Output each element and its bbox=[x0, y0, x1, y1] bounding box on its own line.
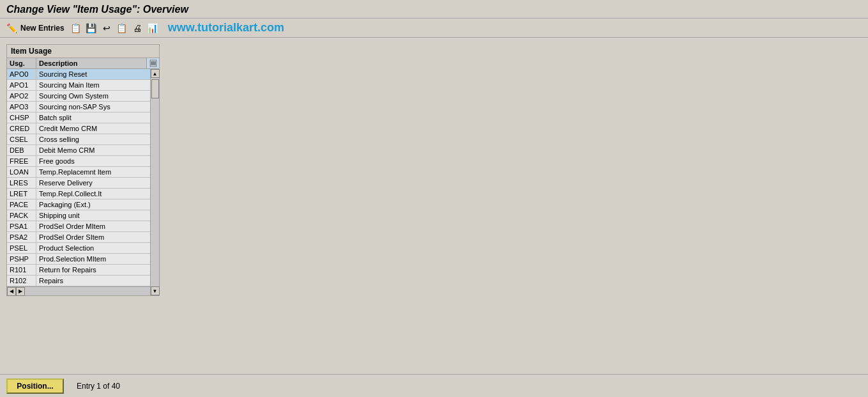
title-bar: Change View "Item Usage": Overview bbox=[0, 0, 868, 19]
page-title: Change View "Item Usage": Overview bbox=[6, 4, 862, 15]
status-bar: Position... Entry 1 of 40 bbox=[0, 374, 868, 397]
cell-usg: CRED bbox=[7, 123, 36, 134]
vertical-scrollbar[interactable]: ▲ ▼ bbox=[150, 69, 159, 295]
table-row[interactable]: CREDCredit Memo CRM bbox=[7, 123, 150, 134]
table-main: APO0Sourcing ResetAPO1Sourcing Main Item… bbox=[7, 69, 150, 295]
main-content: Item Usage Usg. Description APO0Sourcing… bbox=[0, 38, 868, 302]
table-row[interactable]: APO2Sourcing Own System bbox=[7, 91, 150, 102]
table-row[interactable]: LRESReserve Delivery bbox=[7, 178, 150, 189]
col-header-usg: Usg. bbox=[7, 58, 36, 68]
table-row[interactable]: CSELCross selling bbox=[7, 134, 150, 145]
table-row[interactable]: PSELProduct Selection bbox=[7, 243, 150, 254]
cell-usg: PSA2 bbox=[7, 232, 36, 242]
cell-usg: CHSP bbox=[7, 113, 36, 123]
cell-usg: PACE bbox=[7, 199, 36, 210]
table-row[interactable]: FREEFree goods bbox=[7, 156, 150, 167]
table-row[interactable]: LRETTemp.Repl.Collect.It bbox=[7, 189, 150, 199]
cell-usg: PSEL bbox=[7, 243, 36, 253]
watermark: www.tutorialkart.com bbox=[168, 21, 284, 35]
cell-desc: ProdSel Order SItem bbox=[36, 232, 150, 242]
cell-usg: LOAN bbox=[7, 167, 36, 177]
table-row[interactable]: PACEPackaging (Ext.) bbox=[7, 199, 150, 210]
entry-info: Entry 1 of 40 bbox=[77, 382, 120, 391]
table-row[interactable]: PACKShipping unit bbox=[7, 210, 150, 221]
toolbar-icon-edit[interactable]: ✏️ bbox=[5, 22, 18, 35]
cell-usg: R101 bbox=[7, 265, 36, 275]
table-row[interactable]: PSA1ProdSel Order MItem bbox=[7, 221, 150, 232]
cell-usg: APO1 bbox=[7, 80, 36, 90]
horizontal-scrollbar[interactable]: ◀ ▶ bbox=[7, 286, 150, 295]
scroll-up-button[interactable]: ▲ bbox=[151, 69, 160, 78]
scroll-right-button[interactable]: ▶ bbox=[16, 287, 25, 296]
cell-usg: PACK bbox=[7, 210, 36, 221]
cell-desc: Sourcing Main Item bbox=[36, 80, 150, 90]
scroll-down-button[interactable]: ▼ bbox=[151, 286, 160, 295]
cell-usg: CSEL bbox=[7, 134, 36, 144]
cell-desc: Repairs bbox=[36, 276, 150, 286]
table-row[interactable]: DEBDebit Memo CRM bbox=[7, 145, 150, 156]
cell-desc: ProdSel Order MItem bbox=[36, 221, 150, 231]
cell-usg: DEB bbox=[7, 145, 36, 155]
cell-usg: APO0 bbox=[7, 69, 36, 79]
toolbar-icon-print[interactable]: 🖨 bbox=[131, 22, 144, 35]
cell-desc: Product Selection bbox=[36, 243, 150, 253]
table-row[interactable]: R101Return for Repairs bbox=[7, 265, 150, 276]
panel-title: Item Usage bbox=[7, 45, 159, 58]
cell-usg: APO2 bbox=[7, 91, 36, 101]
col-header-sort-icon[interactable] bbox=[146, 58, 159, 68]
cell-usg: APO3 bbox=[7, 102, 36, 112]
cell-usg: R102 bbox=[7, 276, 36, 286]
scroll-thumb[interactable] bbox=[151, 79, 159, 98]
table-row[interactable]: APO1Sourcing Main Item bbox=[7, 80, 150, 91]
cell-desc: Shipping unit bbox=[36, 210, 150, 221]
position-button[interactable]: Position... bbox=[6, 378, 64, 394]
cell-desc: Packaging (Ext.) bbox=[36, 199, 150, 210]
toolbar-icon-copy[interactable]: 📋 bbox=[70, 22, 82, 35]
toolbar-icon-undo[interactable]: ↩ bbox=[100, 22, 113, 35]
cell-usg: LRET bbox=[7, 189, 36, 199]
col-header-desc: Description bbox=[36, 58, 146, 68]
scroll-left-button[interactable]: ◀ bbox=[7, 287, 16, 296]
table-row[interactable]: APO3Sourcing non-SAP Sys bbox=[7, 102, 150, 113]
cell-desc: Batch split bbox=[36, 113, 150, 123]
cell-desc: Return for Repairs bbox=[36, 265, 150, 275]
cell-usg: FREE bbox=[7, 156, 36, 166]
cell-usg: LRES bbox=[7, 178, 36, 188]
cell-desc: Prod.Selection MItem bbox=[36, 254, 150, 264]
table-panel: Item Usage Usg. Description APO0Sourcing… bbox=[6, 44, 160, 296]
cell-usg: PSA1 bbox=[7, 221, 36, 231]
new-entries-button[interactable]: New Entries bbox=[20, 24, 65, 33]
cell-desc: Credit Memo CRM bbox=[36, 123, 150, 134]
toolbar-icon-save[interactable]: 💾 bbox=[85, 22, 98, 35]
cell-desc: Reserve Delivery bbox=[36, 178, 150, 188]
table-row[interactable]: CHSPBatch split bbox=[7, 113, 150, 123]
table-row[interactable]: R102Repairs bbox=[7, 276, 150, 286]
cell-usg: PSHP bbox=[7, 254, 36, 264]
column-headers: Usg. Description bbox=[7, 58, 159, 69]
table-row[interactable]: PSHPProd.Selection MItem bbox=[7, 254, 150, 265]
cell-desc: Temp.Repl.Collect.It bbox=[36, 189, 150, 199]
cell-desc: Temp.Replacemnt Item bbox=[36, 167, 150, 177]
table-row[interactable]: PSA2ProdSel Order SItem bbox=[7, 232, 150, 243]
table-row[interactable]: APO0Sourcing Reset bbox=[7, 69, 150, 80]
toolbar-icon-chart[interactable]: 📊 bbox=[146, 22, 159, 35]
cell-desc: Sourcing Own System bbox=[36, 91, 150, 101]
toolbar: ✏️ New Entries 📋 💾 ↩ 📋 🖨 📊 www.tutorialk… bbox=[0, 19, 868, 38]
table-scroll-area: APO0Sourcing ResetAPO1Sourcing Main Item… bbox=[7, 69, 159, 295]
cell-desc: Sourcing Reset bbox=[36, 69, 150, 79]
toolbar-icon-copy2[interactable]: 📋 bbox=[116, 22, 128, 35]
cell-desc: Free goods bbox=[36, 156, 150, 166]
cell-desc: Debit Memo CRM bbox=[36, 145, 150, 155]
table-body[interactable]: APO0Sourcing ResetAPO1Sourcing Main Item… bbox=[7, 69, 150, 286]
cell-desc: Sourcing non-SAP Sys bbox=[36, 102, 150, 112]
table-row[interactable]: LOANTemp.Replacemnt Item bbox=[7, 167, 150, 178]
cell-desc: Cross selling bbox=[36, 134, 150, 144]
